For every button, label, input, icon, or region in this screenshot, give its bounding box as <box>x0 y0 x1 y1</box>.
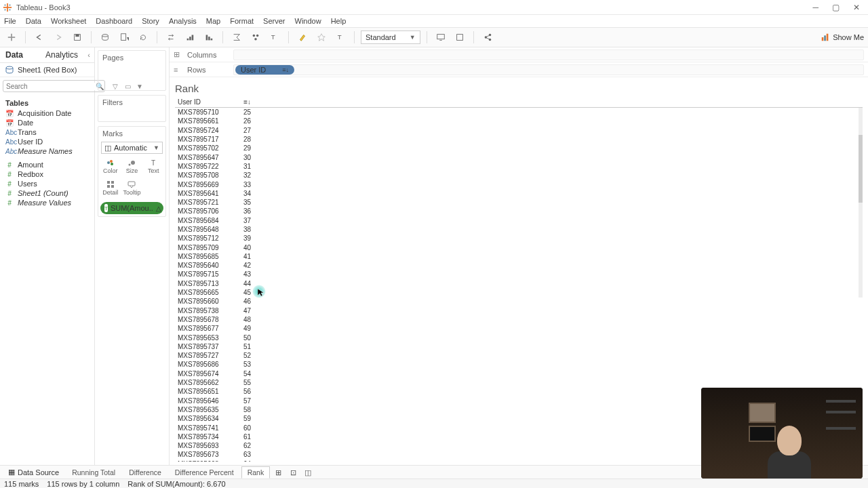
totals-button[interactable] <box>229 30 244 45</box>
vertical-scrollbar[interactable] <box>859 108 863 298</box>
sheet-title[interactable]: Rank <box>170 77 868 97</box>
table-row[interactable]: MXS789566933 <box>175 180 863 188</box>
field-user-id[interactable]: AbcUser ID <box>3 137 92 146</box>
menu-format[interactable]: Format <box>230 17 254 25</box>
table-row[interactable]: MXS789571543 <box>175 270 863 279</box>
table-row[interactable]: MXS789572427 <box>175 126 863 135</box>
collapse-pane-icon[interactable]: ‹ <box>83 47 94 62</box>
table-row[interactable]: MXS789571239 <box>175 234 863 243</box>
menu-window[interactable]: Window <box>295 17 321 25</box>
table-row[interactable]: MXS789571728 <box>175 135 863 144</box>
pin-button[interactable] <box>314 30 329 45</box>
new-worksheet-button[interactable]: ⊞ <box>271 466 285 479</box>
field-date[interactable]: 📅Date <box>3 118 92 127</box>
table-row[interactable]: MXS789568653 <box>175 360 863 369</box>
menu-story[interactable]: Story <box>142 17 159 25</box>
save-button[interactable] <box>70 30 85 45</box>
tab-data[interactable]: Data <box>0 47 40 62</box>
abc-button[interactable]: T <box>267 30 282 45</box>
sort-desc-button[interactable] <box>201 30 216 45</box>
menu-data[interactable]: Data <box>26 17 41 25</box>
filters-shelf[interactable]: Filters <box>98 95 166 122</box>
marks-text[interactable]: TText <box>142 155 164 177</box>
column-header-userid[interactable]: User ID <box>175 97 220 107</box>
rows-pill-userid[interactable]: User ID ≡↓ <box>235 65 294 75</box>
table-row[interactable]: MXS789564838 <box>175 225 863 234</box>
table-row[interactable]: MXS789570636 <box>175 207 863 216</box>
table-row[interactable]: MXS789570832 <box>175 171 863 180</box>
tab-analytics[interactable]: Analytics <box>40 47 83 62</box>
marks-tooltip[interactable]: Tooltip <box>121 177 143 199</box>
marks-pill-sum-amount[interactable]: T SUM(Amou.. △ <box>100 202 163 214</box>
rows-shelf[interactable]: ≡ Rows User ID ≡↓ <box>170 62 868 77</box>
table-row[interactable]: MXS789564042 <box>175 261 863 270</box>
mark-type-dropdown[interactable]: ◫ Automatic▼ <box>101 142 163 154</box>
close-button[interactable]: ✕ <box>853 3 860 12</box>
field-sheet1--count-[interactable]: #Sheet1 (Count) <box>3 188 92 198</box>
datasource-item[interactable]: Sheet1 (Red Box) <box>0 63 94 77</box>
present-button[interactable] <box>433 30 448 45</box>
table-row[interactable]: MXS789565350 <box>175 333 863 342</box>
tab-running-total[interactable]: Running Total <box>66 466 121 479</box>
maximize-button[interactable]: ▢ <box>832 3 840 12</box>
columns-shelf[interactable]: ⊞ Columns <box>170 47 868 62</box>
table-row[interactable]: MXS789573847 <box>175 306 863 315</box>
undo-button[interactable] <box>32 30 47 45</box>
new-data-button[interactable] <box>98 30 113 45</box>
pages-shelf[interactable]: Pages <box>98 50 166 91</box>
new-dashboard-button[interactable]: ⊡ <box>286 466 300 479</box>
column-header-sort-icon[interactable]: ≡↓ <box>220 97 254 107</box>
menu-file[interactable]: File <box>4 17 16 25</box>
tab-difference[interactable]: Difference <box>123 466 167 479</box>
field-acquisition-date[interactable]: 📅Acquisition Date <box>3 108 92 118</box>
marks-color[interactable]: Color <box>100 155 121 177</box>
swap-button[interactable] <box>163 30 178 45</box>
redo-button[interactable] <box>51 30 66 45</box>
menu-analysis[interactable]: Analysis <box>169 17 197 25</box>
share-button[interactable] <box>480 30 495 45</box>
table-row[interactable]: MXS789564730 <box>175 152 863 161</box>
new-sheet-button[interactable]: ▾ <box>117 30 132 45</box>
group-button[interactable] <box>248 30 263 45</box>
fit-dropdown[interactable]: Standard▼ <box>361 30 420 44</box>
table-row[interactable]: MXS789572231 <box>175 162 863 171</box>
refresh-button[interactable] <box>136 30 151 45</box>
table-row[interactable]: MXS789566545 <box>175 288 863 297</box>
sort-asc-button[interactable] <box>182 30 197 45</box>
table-row[interactable]: MXS789571025 <box>175 108 863 117</box>
tableau-start-icon[interactable] <box>4 30 19 45</box>
table-row[interactable]: MXS789564134 <box>175 189 863 198</box>
menu-server[interactable]: Server <box>263 17 285 25</box>
table-row[interactable]: MXS789570940 <box>175 243 863 251</box>
labels-button[interactable]: T <box>333 30 348 45</box>
table-row[interactable]: MXS789571344 <box>175 279 863 288</box>
table-row[interactable]: MXS789567454 <box>175 369 863 378</box>
cards-button[interactable] <box>452 30 467 45</box>
table-row[interactable]: MXS789566046 <box>175 297 863 306</box>
table-row[interactable]: MXS789568541 <box>175 252 863 261</box>
field-users[interactable]: #Users <box>3 179 92 188</box>
table-row[interactable]: MXS789573751 <box>175 342 863 351</box>
menu-map[interactable]: Map <box>206 17 220 25</box>
search-input[interactable]: 🔍 <box>3 80 105 92</box>
tab-data-source[interactable]: ▦Data Source <box>3 466 64 478</box>
menu-dashboard[interactable]: Dashboard <box>96 17 132 25</box>
show-me-button[interactable]: Show Me <box>821 33 864 42</box>
table-row[interactable]: MXS789566126 <box>175 117 863 125</box>
tab-difference-percent[interactable]: Difference Percent <box>169 466 240 479</box>
table-row[interactable]: MXS789568437 <box>175 216 863 225</box>
table-row[interactable]: MXS789570229 <box>175 144 863 152</box>
table-row[interactable]: MXS789567749 <box>175 324 863 333</box>
field-amount[interactable]: #Amount <box>3 160 92 169</box>
field-trans[interactable]: AbcTrans <box>3 127 92 137</box>
menu-worksheet[interactable]: Worksheet <box>51 17 86 25</box>
highlight-button[interactable] <box>295 30 310 45</box>
marks-size[interactable]: Size <box>121 155 143 177</box>
minimize-button[interactable]: ─ <box>812 3 818 12</box>
field-measure-values[interactable]: #Measure Values <box>3 198 92 207</box>
new-story-button[interactable]: ◫ <box>301 466 315 479</box>
table-row[interactable]: MXS789572135 <box>175 198 863 207</box>
table-row[interactable]: MXS789566255 <box>175 378 863 387</box>
marks-detail[interactable]: Detail <box>100 177 121 199</box>
table-row[interactable]: MXS789572752 <box>175 351 863 360</box>
